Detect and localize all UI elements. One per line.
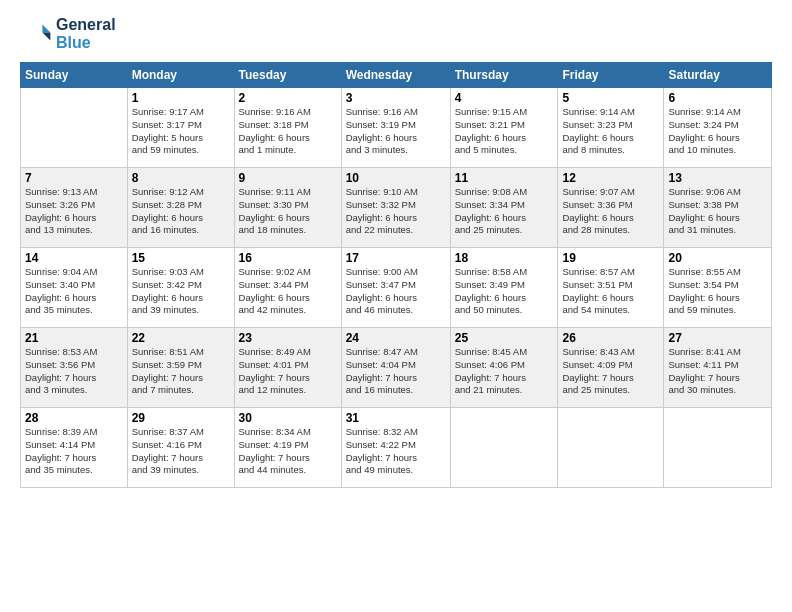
day-info: Sunrise: 8:47 AM Sunset: 4:04 PM Dayligh…: [346, 346, 446, 397]
day-number: 5: [562, 91, 659, 105]
day-info: Sunrise: 9:11 AM Sunset: 3:30 PM Dayligh…: [239, 186, 337, 237]
day-number: 21: [25, 331, 123, 345]
logo: General Blue: [20, 16, 116, 52]
day-number: 1: [132, 91, 230, 105]
calendar-header-row: SundayMondayTuesdayWednesdayThursdayFrid…: [21, 63, 772, 88]
calendar-week-row: 21Sunrise: 8:53 AM Sunset: 3:56 PM Dayli…: [21, 328, 772, 408]
calendar-cell: 8Sunrise: 9:12 AM Sunset: 3:28 PM Daylig…: [127, 168, 234, 248]
calendar-cell: 27Sunrise: 8:41 AM Sunset: 4:11 PM Dayli…: [664, 328, 772, 408]
day-number: 22: [132, 331, 230, 345]
day-info: Sunrise: 8:34 AM Sunset: 4:19 PM Dayligh…: [239, 426, 337, 477]
day-number: 4: [455, 91, 554, 105]
calendar-cell: 10Sunrise: 9:10 AM Sunset: 3:32 PM Dayli…: [341, 168, 450, 248]
calendar-cell: 30Sunrise: 8:34 AM Sunset: 4:19 PM Dayli…: [234, 408, 341, 488]
day-number: 30: [239, 411, 337, 425]
day-number: 9: [239, 171, 337, 185]
calendar-cell: 6Sunrise: 9:14 AM Sunset: 3:24 PM Daylig…: [664, 88, 772, 168]
day-info: Sunrise: 9:14 AM Sunset: 3:24 PM Dayligh…: [668, 106, 767, 157]
day-info: Sunrise: 9:04 AM Sunset: 3:40 PM Dayligh…: [25, 266, 123, 317]
weekday-header: Saturday: [664, 63, 772, 88]
calendar-cell: 11Sunrise: 9:08 AM Sunset: 3:34 PM Dayli…: [450, 168, 558, 248]
calendar-cell: [450, 408, 558, 488]
calendar-cell: 3Sunrise: 9:16 AM Sunset: 3:19 PM Daylig…: [341, 88, 450, 168]
day-info: Sunrise: 8:49 AM Sunset: 4:01 PM Dayligh…: [239, 346, 337, 397]
calendar-cell: 19Sunrise: 8:57 AM Sunset: 3:51 PM Dayli…: [558, 248, 664, 328]
day-number: 28: [25, 411, 123, 425]
day-number: 2: [239, 91, 337, 105]
day-number: 23: [239, 331, 337, 345]
calendar-cell: 24Sunrise: 8:47 AM Sunset: 4:04 PM Dayli…: [341, 328, 450, 408]
calendar-cell: 20Sunrise: 8:55 AM Sunset: 3:54 PM Dayli…: [664, 248, 772, 328]
day-info: Sunrise: 8:51 AM Sunset: 3:59 PM Dayligh…: [132, 346, 230, 397]
calendar-cell: 4Sunrise: 9:15 AM Sunset: 3:21 PM Daylig…: [450, 88, 558, 168]
calendar-week-row: 28Sunrise: 8:39 AM Sunset: 4:14 PM Dayli…: [21, 408, 772, 488]
calendar-cell: 9Sunrise: 9:11 AM Sunset: 3:30 PM Daylig…: [234, 168, 341, 248]
weekday-header: Monday: [127, 63, 234, 88]
svg-marker-1: [42, 32, 50, 40]
day-info: Sunrise: 9:03 AM Sunset: 3:42 PM Dayligh…: [132, 266, 230, 317]
day-number: 19: [562, 251, 659, 265]
calendar-table: SundayMondayTuesdayWednesdayThursdayFrid…: [20, 62, 772, 488]
logo-icon: [20, 18, 52, 50]
day-info: Sunrise: 8:37 AM Sunset: 4:16 PM Dayligh…: [132, 426, 230, 477]
calendar-cell: 13Sunrise: 9:06 AM Sunset: 3:38 PM Dayli…: [664, 168, 772, 248]
calendar-cell: 15Sunrise: 9:03 AM Sunset: 3:42 PM Dayli…: [127, 248, 234, 328]
day-number: 24: [346, 331, 446, 345]
calendar-cell: 23Sunrise: 8:49 AM Sunset: 4:01 PM Dayli…: [234, 328, 341, 408]
calendar-cell: 16Sunrise: 9:02 AM Sunset: 3:44 PM Dayli…: [234, 248, 341, 328]
day-number: 16: [239, 251, 337, 265]
day-number: 7: [25, 171, 123, 185]
calendar-cell: 1Sunrise: 9:17 AM Sunset: 3:17 PM Daylig…: [127, 88, 234, 168]
day-number: 11: [455, 171, 554, 185]
weekday-header: Tuesday: [234, 63, 341, 88]
day-number: 18: [455, 251, 554, 265]
day-info: Sunrise: 8:43 AM Sunset: 4:09 PM Dayligh…: [562, 346, 659, 397]
page: General Blue SundayMondayTuesdayWednesda…: [0, 0, 792, 612]
day-info: Sunrise: 9:10 AM Sunset: 3:32 PM Dayligh…: [346, 186, 446, 237]
day-number: 13: [668, 171, 767, 185]
day-info: Sunrise: 8:39 AM Sunset: 4:14 PM Dayligh…: [25, 426, 123, 477]
day-info: Sunrise: 9:02 AM Sunset: 3:44 PM Dayligh…: [239, 266, 337, 317]
day-number: 10: [346, 171, 446, 185]
day-info: Sunrise: 8:53 AM Sunset: 3:56 PM Dayligh…: [25, 346, 123, 397]
day-info: Sunrise: 8:55 AM Sunset: 3:54 PM Dayligh…: [668, 266, 767, 317]
day-info: Sunrise: 9:16 AM Sunset: 3:19 PM Dayligh…: [346, 106, 446, 157]
calendar-cell: 7Sunrise: 9:13 AM Sunset: 3:26 PM Daylig…: [21, 168, 128, 248]
calendar-cell: 12Sunrise: 9:07 AM Sunset: 3:36 PM Dayli…: [558, 168, 664, 248]
day-info: Sunrise: 9:08 AM Sunset: 3:34 PM Dayligh…: [455, 186, 554, 237]
day-number: 27: [668, 331, 767, 345]
calendar-cell: 29Sunrise: 8:37 AM Sunset: 4:16 PM Dayli…: [127, 408, 234, 488]
day-number: 14: [25, 251, 123, 265]
weekday-header: Friday: [558, 63, 664, 88]
calendar-week-row: 7Sunrise: 9:13 AM Sunset: 3:26 PM Daylig…: [21, 168, 772, 248]
day-number: 6: [668, 91, 767, 105]
day-info: Sunrise: 8:32 AM Sunset: 4:22 PM Dayligh…: [346, 426, 446, 477]
day-number: 17: [346, 251, 446, 265]
weekday-header: Thursday: [450, 63, 558, 88]
day-info: Sunrise: 9:00 AM Sunset: 3:47 PM Dayligh…: [346, 266, 446, 317]
day-info: Sunrise: 8:45 AM Sunset: 4:06 PM Dayligh…: [455, 346, 554, 397]
calendar-cell: 28Sunrise: 8:39 AM Sunset: 4:14 PM Dayli…: [21, 408, 128, 488]
calendar-cell: [21, 88, 128, 168]
day-info: Sunrise: 9:17 AM Sunset: 3:17 PM Dayligh…: [132, 106, 230, 157]
calendar-cell: 18Sunrise: 8:58 AM Sunset: 3:49 PM Dayli…: [450, 248, 558, 328]
calendar-week-row: 14Sunrise: 9:04 AM Sunset: 3:40 PM Dayli…: [21, 248, 772, 328]
day-info: Sunrise: 8:58 AM Sunset: 3:49 PM Dayligh…: [455, 266, 554, 317]
day-info: Sunrise: 9:15 AM Sunset: 3:21 PM Dayligh…: [455, 106, 554, 157]
calendar-cell: 17Sunrise: 9:00 AM Sunset: 3:47 PM Dayli…: [341, 248, 450, 328]
day-number: 26: [562, 331, 659, 345]
day-info: Sunrise: 9:12 AM Sunset: 3:28 PM Dayligh…: [132, 186, 230, 237]
weekday-header: Wednesday: [341, 63, 450, 88]
day-info: Sunrise: 8:41 AM Sunset: 4:11 PM Dayligh…: [668, 346, 767, 397]
weekday-header: Sunday: [21, 63, 128, 88]
day-number: 15: [132, 251, 230, 265]
calendar-cell: [664, 408, 772, 488]
day-number: 31: [346, 411, 446, 425]
calendar-week-row: 1Sunrise: 9:17 AM Sunset: 3:17 PM Daylig…: [21, 88, 772, 168]
svg-marker-0: [42, 24, 50, 32]
day-number: 20: [668, 251, 767, 265]
header: General Blue: [20, 16, 772, 52]
day-number: 8: [132, 171, 230, 185]
day-number: 29: [132, 411, 230, 425]
calendar-cell: 25Sunrise: 8:45 AM Sunset: 4:06 PM Dayli…: [450, 328, 558, 408]
